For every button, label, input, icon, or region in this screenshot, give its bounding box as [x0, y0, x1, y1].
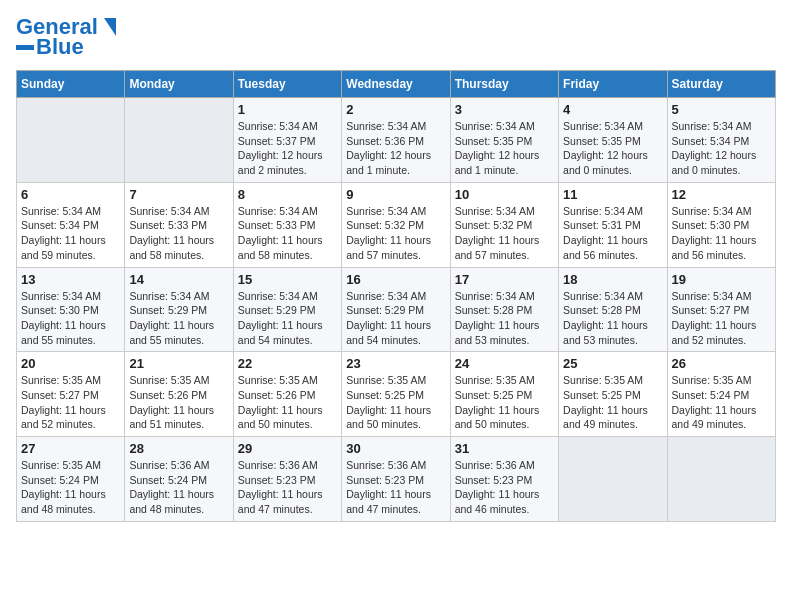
calendar-cell: 25Sunrise: 5:35 AMSunset: 5:25 PMDayligh… [559, 352, 667, 437]
calendar-cell: 9Sunrise: 5:34 AMSunset: 5:32 PMDaylight… [342, 182, 450, 267]
day-number: 13 [21, 272, 120, 287]
day-detail: Sunrise: 5:35 AMSunset: 5:25 PMDaylight:… [563, 373, 662, 432]
day-detail: Sunrise: 5:34 AMSunset: 5:30 PMDaylight:… [672, 204, 771, 263]
calendar-table: SundayMondayTuesdayWednesdayThursdayFrid… [16, 70, 776, 522]
day-detail: Sunrise: 5:35 AMSunset: 5:27 PMDaylight:… [21, 373, 120, 432]
calendar-cell [667, 437, 775, 522]
calendar-cell [559, 437, 667, 522]
day-detail: Sunrise: 5:36 AMSunset: 5:24 PMDaylight:… [129, 458, 228, 517]
day-number: 26 [672, 356, 771, 371]
calendar-week-4: 20Sunrise: 5:35 AMSunset: 5:27 PMDayligh… [17, 352, 776, 437]
day-number: 7 [129, 187, 228, 202]
day-number: 10 [455, 187, 554, 202]
logo: General Blue [16, 16, 116, 58]
calendar-cell [125, 98, 233, 183]
logo-arrow-icon [98, 18, 116, 36]
calendar-cell: 26Sunrise: 5:35 AMSunset: 5:24 PMDayligh… [667, 352, 775, 437]
day-number: 21 [129, 356, 228, 371]
day-number: 27 [21, 441, 120, 456]
calendar-cell: 18Sunrise: 5:34 AMSunset: 5:28 PMDayligh… [559, 267, 667, 352]
calendar-cell: 6Sunrise: 5:34 AMSunset: 5:34 PMDaylight… [17, 182, 125, 267]
day-number: 3 [455, 102, 554, 117]
calendar-cell: 7Sunrise: 5:34 AMSunset: 5:33 PMDaylight… [125, 182, 233, 267]
calendar-cell: 4Sunrise: 5:34 AMSunset: 5:35 PMDaylight… [559, 98, 667, 183]
day-number: 16 [346, 272, 445, 287]
calendar-cell: 16Sunrise: 5:34 AMSunset: 5:29 PMDayligh… [342, 267, 450, 352]
header-sunday: Sunday [17, 71, 125, 98]
day-detail: Sunrise: 5:36 AMSunset: 5:23 PMDaylight:… [238, 458, 337, 517]
day-detail: Sunrise: 5:34 AMSunset: 5:27 PMDaylight:… [672, 289, 771, 348]
day-detail: Sunrise: 5:34 AMSunset: 5:30 PMDaylight:… [21, 289, 120, 348]
day-detail: Sunrise: 5:34 AMSunset: 5:29 PMDaylight:… [346, 289, 445, 348]
calendar-cell: 22Sunrise: 5:35 AMSunset: 5:26 PMDayligh… [233, 352, 341, 437]
day-detail: Sunrise: 5:34 AMSunset: 5:34 PMDaylight:… [21, 204, 120, 263]
header-wednesday: Wednesday [342, 71, 450, 98]
calendar-cell: 5Sunrise: 5:34 AMSunset: 5:34 PMDaylight… [667, 98, 775, 183]
calendar-cell: 17Sunrise: 5:34 AMSunset: 5:28 PMDayligh… [450, 267, 558, 352]
day-detail: Sunrise: 5:34 AMSunset: 5:37 PMDaylight:… [238, 119, 337, 178]
day-detail: Sunrise: 5:35 AMSunset: 5:24 PMDaylight:… [21, 458, 120, 517]
day-number: 29 [238, 441, 337, 456]
header-thursday: Thursday [450, 71, 558, 98]
calendar-cell [17, 98, 125, 183]
header-saturday: Saturday [667, 71, 775, 98]
calendar-cell: 19Sunrise: 5:34 AMSunset: 5:27 PMDayligh… [667, 267, 775, 352]
day-number: 4 [563, 102, 662, 117]
day-detail: Sunrise: 5:35 AMSunset: 5:26 PMDaylight:… [129, 373, 228, 432]
calendar-header-row: SundayMondayTuesdayWednesdayThursdayFrid… [17, 71, 776, 98]
calendar-cell: 10Sunrise: 5:34 AMSunset: 5:32 PMDayligh… [450, 182, 558, 267]
day-detail: Sunrise: 5:34 AMSunset: 5:32 PMDaylight:… [455, 204, 554, 263]
day-number: 20 [21, 356, 120, 371]
calendar-week-3: 13Sunrise: 5:34 AMSunset: 5:30 PMDayligh… [17, 267, 776, 352]
day-number: 12 [672, 187, 771, 202]
day-detail: Sunrise: 5:34 AMSunset: 5:35 PMDaylight:… [455, 119, 554, 178]
day-detail: Sunrise: 5:34 AMSunset: 5:32 PMDaylight:… [346, 204, 445, 263]
calendar-cell: 1Sunrise: 5:34 AMSunset: 5:37 PMDaylight… [233, 98, 341, 183]
calendar-cell: 14Sunrise: 5:34 AMSunset: 5:29 PMDayligh… [125, 267, 233, 352]
day-number: 1 [238, 102, 337, 117]
calendar-cell: 8Sunrise: 5:34 AMSunset: 5:33 PMDaylight… [233, 182, 341, 267]
day-detail: Sunrise: 5:34 AMSunset: 5:29 PMDaylight:… [238, 289, 337, 348]
day-detail: Sunrise: 5:36 AMSunset: 5:23 PMDaylight:… [346, 458, 445, 517]
day-number: 5 [672, 102, 771, 117]
calendar-cell: 31Sunrise: 5:36 AMSunset: 5:23 PMDayligh… [450, 437, 558, 522]
day-number: 24 [455, 356, 554, 371]
header-tuesday: Tuesday [233, 71, 341, 98]
calendar-cell: 3Sunrise: 5:34 AMSunset: 5:35 PMDaylight… [450, 98, 558, 183]
day-number: 15 [238, 272, 337, 287]
day-detail: Sunrise: 5:34 AMSunset: 5:36 PMDaylight:… [346, 119, 445, 178]
day-detail: Sunrise: 5:34 AMSunset: 5:28 PMDaylight:… [563, 289, 662, 348]
calendar-cell: 23Sunrise: 5:35 AMSunset: 5:25 PMDayligh… [342, 352, 450, 437]
day-number: 14 [129, 272, 228, 287]
day-number: 11 [563, 187, 662, 202]
calendar-cell: 21Sunrise: 5:35 AMSunset: 5:26 PMDayligh… [125, 352, 233, 437]
day-detail: Sunrise: 5:35 AMSunset: 5:26 PMDaylight:… [238, 373, 337, 432]
day-number: 6 [21, 187, 120, 202]
day-number: 28 [129, 441, 228, 456]
calendar-cell: 24Sunrise: 5:35 AMSunset: 5:25 PMDayligh… [450, 352, 558, 437]
day-detail: Sunrise: 5:34 AMSunset: 5:29 PMDaylight:… [129, 289, 228, 348]
calendar-cell: 12Sunrise: 5:34 AMSunset: 5:30 PMDayligh… [667, 182, 775, 267]
day-number: 23 [346, 356, 445, 371]
day-detail: Sunrise: 5:34 AMSunset: 5:33 PMDaylight:… [129, 204, 228, 263]
calendar-cell: 28Sunrise: 5:36 AMSunset: 5:24 PMDayligh… [125, 437, 233, 522]
day-detail: Sunrise: 5:34 AMSunset: 5:34 PMDaylight:… [672, 119, 771, 178]
day-detail: Sunrise: 5:35 AMSunset: 5:25 PMDaylight:… [346, 373, 445, 432]
day-detail: Sunrise: 5:34 AMSunset: 5:28 PMDaylight:… [455, 289, 554, 348]
day-detail: Sunrise: 5:34 AMSunset: 5:33 PMDaylight:… [238, 204, 337, 263]
calendar-cell: 29Sunrise: 5:36 AMSunset: 5:23 PMDayligh… [233, 437, 341, 522]
day-detail: Sunrise: 5:35 AMSunset: 5:24 PMDaylight:… [672, 373, 771, 432]
day-number: 30 [346, 441, 445, 456]
day-detail: Sunrise: 5:34 AMSunset: 5:31 PMDaylight:… [563, 204, 662, 263]
day-detail: Sunrise: 5:34 AMSunset: 5:35 PMDaylight:… [563, 119, 662, 178]
day-number: 18 [563, 272, 662, 287]
header-friday: Friday [559, 71, 667, 98]
day-number: 22 [238, 356, 337, 371]
calendar-cell: 13Sunrise: 5:34 AMSunset: 5:30 PMDayligh… [17, 267, 125, 352]
calendar-cell: 30Sunrise: 5:36 AMSunset: 5:23 PMDayligh… [342, 437, 450, 522]
calendar-cell: 15Sunrise: 5:34 AMSunset: 5:29 PMDayligh… [233, 267, 341, 352]
logo-text-blue: Blue [36, 36, 84, 58]
calendar-week-5: 27Sunrise: 5:35 AMSunset: 5:24 PMDayligh… [17, 437, 776, 522]
header-monday: Monday [125, 71, 233, 98]
svg-marker-0 [104, 18, 116, 36]
